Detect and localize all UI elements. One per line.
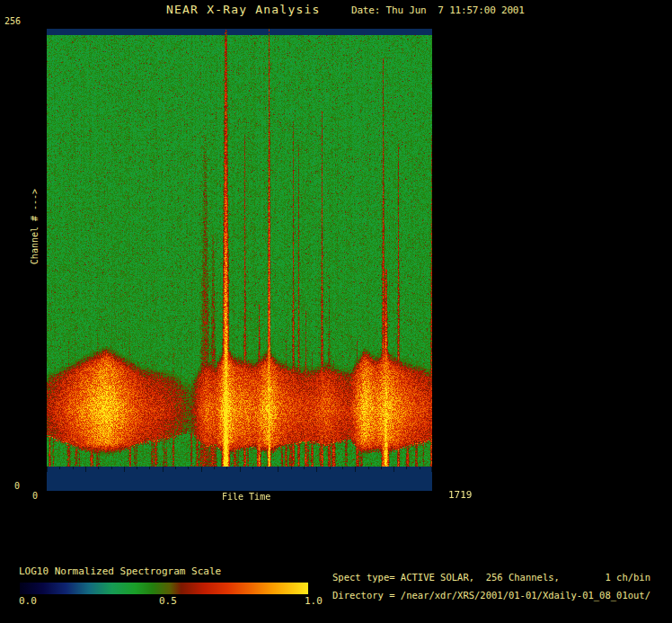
colorbar-title: LOG10 Normalized Spectrogram Scale [19,566,221,577]
x-axis-max-label: 1719 [448,490,473,501]
directory-label: Directory = /near/xdr/XRS/2001/01-01/Xda… [332,591,650,601]
y-axis-max-label: 256 [4,16,21,26]
spect-type-label: Spect type= ACTIVE SOLAR, 256 Channels, … [332,573,650,583]
colorbar-tick-min: 0.0 [19,596,37,607]
x-axis-min-label: 0 [32,491,38,501]
colorbar-gradient [20,583,308,594]
spectrogram-canvas [47,29,432,491]
colorbar-tick-max: 1.0 [305,596,323,607]
near-xray-analysis-window: { "header": { "title": "NEAR X-Ray Analy… [0,0,672,623]
colorbar-tick-mid: 0.5 [159,596,177,607]
y-axis-min-label: 0 [14,481,20,491]
date-label: Date: Thu Jun 7 11:57:00 2001 [351,5,525,16]
x-axis-label: File Time [222,492,270,502]
page-title: NEAR X-Ray Analysis [166,4,321,16]
y-axis-label: Channel # ---> [30,189,40,264]
